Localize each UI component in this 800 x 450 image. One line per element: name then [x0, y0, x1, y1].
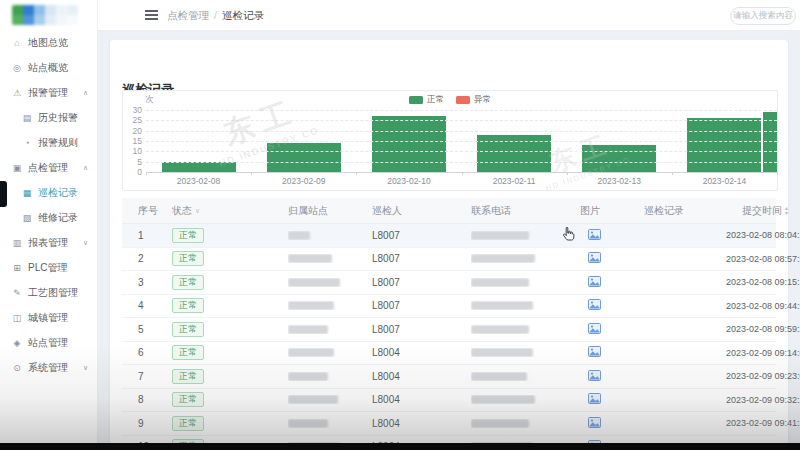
sidebar-item-plc-management[interactable]: ⊞PLC管理 [0, 255, 97, 280]
letterbox-bar [0, 443, 800, 450]
bar-2023-02-10 [372, 116, 446, 172]
image-thumbnail-icon[interactable] [588, 323, 601, 336]
bar-2023-02-08 [162, 162, 236, 172]
sidebar-item-town-management[interactable]: ◫城镇管理 [0, 305, 97, 330]
column-header-8[interactable]: 提交时间▴▾ [718, 204, 800, 218]
sidebar-item-report-management[interactable]: ▥报表管理∨ [0, 230, 97, 255]
image-thumbnail-icon[interactable] [588, 299, 601, 312]
sidebar-item-label: 历史报警 [38, 111, 78, 125]
column-header-2[interactable]: 状态∨ [172, 204, 288, 218]
bar-2023-02-13 [582, 145, 656, 172]
breadcrumb: 点检管理/巡检记录 [167, 9, 264, 23]
image-thumbnail-icon[interactable] [588, 370, 601, 383]
sidebar-item-label: 工艺图管理 [28, 286, 78, 300]
column-header-label: 巡检人 [372, 204, 402, 218]
cell-station-redacted [288, 278, 372, 287]
legend-item-正常[interactable]: 正常 [409, 94, 444, 106]
pen-icon: ✎ [11, 288, 23, 298]
status-badge: 正常 [172, 369, 204, 384]
column-header-label: 归属站点 [288, 204, 328, 218]
status-badge: 正常 [172, 251, 204, 266]
blurred-text [471, 419, 529, 428]
blurred-text [288, 395, 338, 404]
table-row: 6正常L80042023-02-09 09:14:00 [122, 342, 776, 366]
cell-phone-redacted [471, 419, 580, 428]
image-thumbnail-icon[interactable] [588, 346, 601, 359]
table-row: 4正常L80072023-02-08 09:44:56 [122, 295, 776, 319]
active-item-indicator [0, 181, 7, 207]
sidebar-item-system-management[interactable]: ⊙系统管理∨ [0, 355, 97, 380]
cell-phone-redacted [471, 348, 580, 357]
column-header-label: 联系电话 [471, 204, 511, 218]
cell-inspector: L8004 [372, 418, 471, 429]
cell-index: 1 [138, 230, 172, 241]
chevron-up-icon: ∧ [83, 89, 88, 97]
y-tick-label: 10 [123, 146, 142, 156]
blurred-text [471, 231, 529, 240]
blurred-text [471, 348, 533, 357]
x-tick-label: 2023-02-09 [282, 176, 325, 186]
status-badge: 正常 [172, 392, 204, 407]
sidebar-item-map-overview[interactable]: ⌂地图总览 [0, 30, 97, 55]
blurred-text [471, 254, 535, 263]
global-search-input[interactable]: 请输入搜索内容 [730, 7, 796, 25]
sidebar-item-alarm-rules[interactable]: ◔报警规则 [0, 130, 97, 155]
column-header-4: 巡检人 [372, 204, 471, 218]
image-thumbnail-icon[interactable] [588, 252, 601, 265]
chart-legend: 正常异常 [123, 94, 777, 106]
app-logo [12, 5, 78, 25]
cell-submit-time: 2023-02-09 09:41:26 [726, 418, 800, 428]
blurred-text [471, 325, 529, 334]
cell-status: 正常 [172, 322, 288, 337]
breadcrumb-current: 巡检记录 [222, 9, 264, 21]
status-badge: 正常 [172, 416, 204, 431]
image-thumbnail-icon[interactable] [588, 229, 601, 242]
cell-index: 9 [138, 418, 172, 429]
sidebar-item-site-overview[interactable]: ◎站点概览 [0, 55, 97, 80]
blurred-text [288, 419, 328, 428]
collapse-menu-icon[interactable] [145, 10, 158, 20]
cell-submit-time: 2023-02-09 09:23:07 [726, 371, 800, 381]
sidebar-item-process-diagram-management[interactable]: ✎工艺图管理 [0, 280, 97, 305]
sidebar-item-label: 报警规则 [38, 136, 78, 150]
y-tick-label: 30 [123, 105, 142, 115]
cell-phone-redacted [471, 254, 580, 263]
sidebar-item-label: 系统管理 [28, 361, 68, 375]
breadcrumb-parent[interactable]: 点检管理 [167, 9, 209, 21]
cell-inspector: L8007 [372, 230, 471, 241]
sidebar-item-inspection-records[interactable]: ▦巡检记录 [0, 180, 97, 205]
column-header-1: 序号 [138, 204, 172, 218]
image-thumbnail-icon[interactable] [588, 417, 601, 430]
gridline [146, 110, 777, 111]
legend-item-异常[interactable]: 异常 [456, 94, 491, 106]
legend-label: 正常 [427, 94, 444, 106]
blurred-text [288, 348, 334, 357]
cell-inspector: L8004 [372, 394, 471, 405]
status-badge: 正常 [172, 275, 204, 290]
sidebar-item-label: 点检管理 [28, 161, 68, 175]
cell-submit-time: 2023-02-08 09:15:18 [726, 277, 800, 287]
sidebar: ⌂地图总览◎站点概览⚠报警管理∧▤历史报警◔报警规则▣点检管理∧▦巡检记录▧维修… [0, 0, 98, 450]
sidebar-item-label: 站点管理 [28, 336, 68, 350]
check-icon: ▣ [11, 163, 23, 173]
image-thumbnail-icon[interactable] [588, 393, 601, 406]
sidebar-item-history-alarms[interactable]: ▤历史报警 [0, 105, 97, 130]
app-window: ⌂地图总览◎站点概览⚠报警管理∧▤历史报警◔报警规则▣点检管理∧▦巡检记录▧维修… [0, 0, 800, 450]
sidebar-item-spot-check-management[interactable]: ▣点检管理∧ [0, 155, 97, 180]
cell-index: 5 [138, 324, 172, 335]
breadcrumb-separator: / [214, 9, 217, 21]
column-header-3: 归属站点 [288, 204, 372, 218]
sidebar-item-site-management[interactable]: ◈站点管理 [0, 330, 97, 355]
cell-status: 正常 [172, 345, 288, 360]
sidebar-item-alarm-management[interactable]: ⚠报警管理∧ [0, 80, 97, 105]
cell-status: 正常 [172, 416, 288, 431]
doc-icon: ▤ [21, 113, 33, 123]
cell-station-redacted [288, 419, 372, 428]
cell-index: 2 [138, 253, 172, 264]
cell-phone-redacted [471, 325, 580, 334]
cell-status: 正常 [172, 228, 288, 243]
cell-index: 8 [138, 394, 172, 405]
sidebar-item-repair-records[interactable]: ▧维修记录 [0, 205, 97, 230]
gridline [146, 141, 777, 142]
image-thumbnail-icon[interactable] [588, 276, 601, 289]
